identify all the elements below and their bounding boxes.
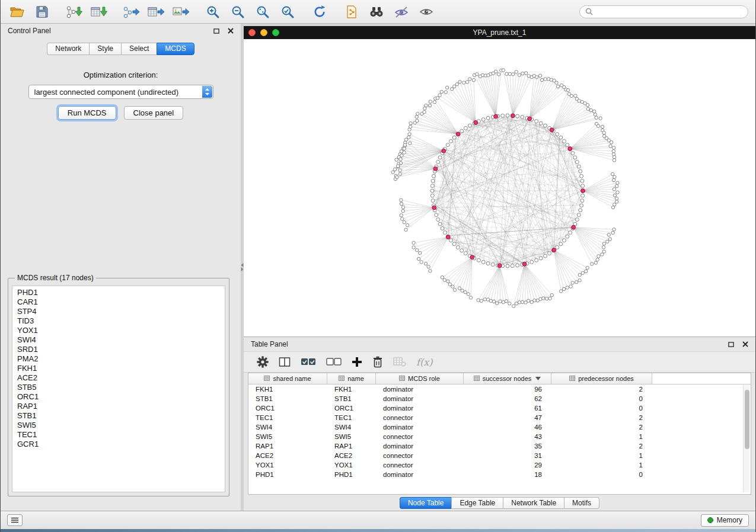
mcds-list-item[interactable]: PHD1 [17, 288, 220, 297]
minimize-window-icon[interactable] [260, 29, 267, 36]
table-row[interactable]: STB1STB1dominator620 [248, 394, 751, 403]
run-mcds-button[interactable]: Run MCDS [58, 106, 116, 120]
mcds-list-item[interactable]: RAP1 [17, 402, 220, 411]
mcds-list-item[interactable]: TID3 [17, 316, 220, 326]
close-panel-icon[interactable] [228, 28, 234, 34]
table-row[interactable]: TEC1TEC1connector472 [248, 413, 751, 422]
mcds-list-item[interactable]: SWI5 [17, 421, 220, 430]
mcds-list-item[interactable]: ORC1 [17, 392, 220, 402]
tab-network-table[interactable]: Network Table [503, 497, 564, 509]
tab-edge-table[interactable]: Edge Table [451, 497, 503, 509]
table-cell: ACE2 [327, 451, 376, 460]
table-cell: 61 [464, 403, 551, 413]
main-area: Control Panel NetworkStyleSelectMCDS Opt… [1, 24, 755, 511]
scrollbar-thumb[interactable] [745, 390, 749, 449]
float-table-panel-icon[interactable] [728, 342, 734, 347]
delete-column-icon[interactable] [372, 356, 383, 368]
mcds-list-item[interactable]: STP4 [17, 307, 220, 316]
table-row[interactable]: SWI5SWI5connector431 [248, 432, 751, 441]
menu-icon[interactable] [7, 514, 23, 526]
table-row[interactable]: ACE2ACE2connector311 [248, 451, 751, 460]
column-header-name[interactable]: name [327, 373, 376, 384]
table-cell: dominator [376, 384, 464, 394]
save-session-icon[interactable] [33, 4, 52, 20]
optimization-criterion-select[interactable]: largest connected component (undirected) [28, 85, 213, 99]
table-settings-icon[interactable] [257, 356, 269, 368]
mcds-list-item[interactable]: GCR1 [17, 440, 220, 449]
table-cell: FKH1 [248, 384, 327, 394]
table-scrollbar[interactable] [743, 385, 749, 492]
table-cell: connector [376, 460, 464, 470]
table-row[interactable]: PHD1PHD1dominator180 [248, 470, 751, 479]
select-all-icon[interactable] [301, 356, 316, 368]
first-neighbors-icon[interactable] [367, 4, 386, 20]
network-canvas[interactable] [244, 39, 755, 336]
tab-style[interactable]: Style [89, 43, 121, 55]
zoom-selected-icon[interactable] [278, 4, 297, 20]
mcds-list-item[interactable]: FKH1 [17, 364, 220, 373]
mcds-list-item[interactable]: TEC1 [17, 430, 220, 440]
show-hide-details-icon[interactable] [417, 4, 436, 20]
table-rows: FKH1FKH1dominator962STB1STB1dominator620… [248, 384, 751, 479]
memory-button[interactable]: Memory [701, 514, 749, 527]
sort-chevron-icon [535, 377, 541, 380]
control-panel-header: Control Panel [1, 24, 241, 38]
mcds-list-item[interactable]: SWI4 [17, 335, 220, 345]
mcds-list-item[interactable]: STB5 [17, 383, 220, 392]
mcds-list-item[interactable]: CAR1 [17, 297, 220, 307]
close-window-icon[interactable] [248, 29, 256, 36]
table-cell: RAP1 [327, 441, 376, 451]
mcds-list-item[interactable]: SRD1 [17, 345, 220, 354]
table-row[interactable]: FKH1FKH1dominator962 [248, 384, 751, 394]
mcds-list-item[interactable]: YOX1 [17, 326, 220, 335]
tab-motifs[interactable]: Motifs [564, 497, 599, 509]
mcds-result-list[interactable]: PHD1CAR1STP4TID3YOX1SWI4SRD1PMA2FKH1ACE2… [12, 286, 225, 492]
column-header-predecessor-nodes[interactable]: predecessor nodes [551, 373, 652, 384]
table-row[interactable]: ORC1ORC1dominator610 [248, 403, 751, 413]
tab-node-table[interactable]: Node Table [400, 497, 452, 509]
tab-network[interactable]: Network [47, 43, 89, 55]
close-table-panel-icon[interactable] [742, 341, 748, 347]
mcds-list-item[interactable]: ACE2 [17, 373, 220, 383]
table-column-icon [474, 375, 480, 382]
export-webpage-icon[interactable] [342, 4, 361, 20]
import-network-icon[interactable] [65, 4, 84, 20]
zoom-fit-icon[interactable] [253, 4, 272, 20]
column-header-successor-nodes[interactable]: successor nodes [464, 373, 551, 384]
export-network-icon[interactable] [122, 4, 141, 20]
zoom-out-icon[interactable] [228, 4, 247, 20]
table-cell: dominator [376, 470, 464, 479]
table-row[interactable]: YOX1YOX1connector291 [248, 460, 751, 470]
deselect-all-icon[interactable] [326, 356, 342, 368]
open-file-icon[interactable] [8, 4, 27, 20]
column-header-MCDS-role[interactable]: MCDS role [376, 373, 464, 384]
tab-select[interactable]: Select [121, 43, 157, 55]
dropdown-value: largest connected component (undirected) [34, 88, 179, 97]
table-cell: PHD1 [248, 470, 327, 479]
graphics-details-icon[interactable] [392, 4, 411, 20]
tab-mcds[interactable]: MCDS [157, 43, 194, 55]
show-columns-icon[interactable] [279, 356, 291, 368]
maximize-window-icon[interactable] [272, 29, 279, 36]
table-cell: STB1 [248, 394, 327, 403]
table-cell: STB1 [327, 394, 376, 403]
table-cell: connector [376, 432, 464, 441]
mcds-list-item[interactable]: STB1 [17, 411, 220, 421]
zoom-in-icon[interactable] [203, 4, 222, 20]
add-column-icon[interactable] [352, 357, 362, 367]
network-window-titlebar[interactable]: YPA_prune.txt_1 [244, 26, 755, 39]
search-input[interactable] [596, 8, 742, 16]
search-box[interactable] [579, 5, 748, 18]
apply-layout-icon[interactable] [310, 4, 329, 20]
float-panel-icon[interactable] [213, 28, 219, 34]
table-cell: connector [376, 413, 464, 422]
export-table-icon[interactable] [146, 4, 165, 20]
import-table-icon[interactable] [90, 4, 109, 20]
close-panel-button[interactable]: Close panel [124, 106, 184, 120]
table-row[interactable]: SWI4SWI4dominator462 [248, 422, 751, 432]
table-cell: YOX1 [248, 460, 327, 470]
export-image-icon[interactable] [171, 4, 190, 20]
mcds-list-item[interactable]: PMA2 [17, 354, 220, 364]
table-row[interactable]: RAP1RAP1dominator352 [248, 441, 751, 451]
column-header-shared-name[interactable]: shared name [248, 373, 327, 384]
